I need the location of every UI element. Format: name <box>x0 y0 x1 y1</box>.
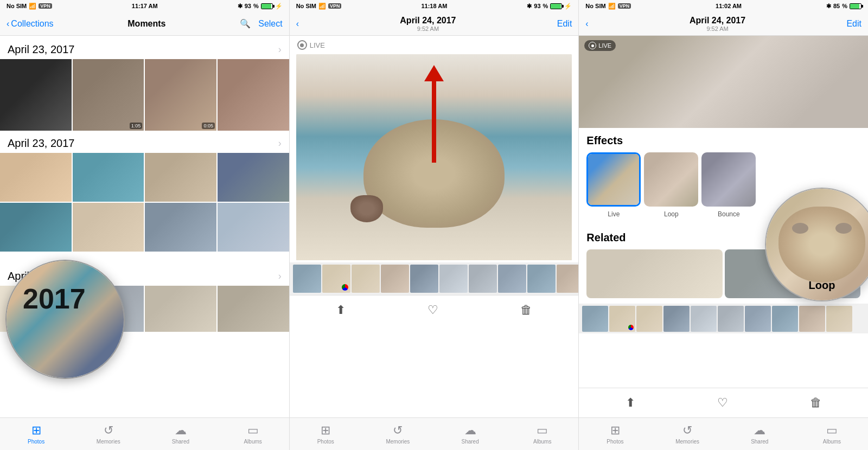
tab-albums-3[interactable]: ▭ Albums <box>796 418 868 450</box>
film-cell-2-10[interactable] <box>557 265 579 293</box>
effect-bounce[interactable]: Bounce <box>701 152 756 218</box>
filmstrip-2[interactable] <box>290 262 579 295</box>
arrow-head <box>424 65 444 81</box>
status-right-3: ✱ 85% <box>826 3 861 10</box>
photo-cell-2-8[interactable] <box>218 203 289 252</box>
effect-bounce-label: Bounce <box>718 210 740 218</box>
film-cell-2-8[interactable] <box>498 265 526 293</box>
film-cell-3-2[interactable] <box>609 306 635 332</box>
tab-shared-2[interactable]: ☁ Shared <box>434 418 506 450</box>
film-cell-2-4[interactable] <box>381 265 409 293</box>
film-cell-2-2[interactable] <box>322 265 350 293</box>
film-cell-2-5[interactable] <box>410 265 438 293</box>
tab-memories-label-1: Memories <box>97 439 120 445</box>
photos-icon-3: ⊞ <box>610 423 620 438</box>
shared-icon-2: ☁ <box>464 423 476 438</box>
moment-header-2[interactable]: April 23, 2017 <box>0 135 289 153</box>
select-button-1[interactable]: Select <box>258 19 282 29</box>
tab-memories-2[interactable]: ↺ Memories <box>362 418 434 450</box>
photo-cell-2-7[interactable] <box>145 203 216 252</box>
shared-icon-1: ☁ <box>175 423 187 438</box>
memories-icon-2: ↺ <box>393 423 403 438</box>
panel-effects: No SIM 📶 VPN 11:02 AM ✱ 85% ‹ April 24, … <box>579 0 868 450</box>
effect-loop[interactable]: Loop <box>644 152 698 218</box>
live-badge-2[interactable]: LIVE <box>290 36 579 52</box>
tab-memories-3[interactable]: ↺ Memories <box>652 418 724 450</box>
tab-photos-1[interactable]: ⊞ Photos <box>0 418 72 450</box>
tab-albums-2[interactable]: ▭ Albums <box>506 418 578 450</box>
back-button-2[interactable]: ‹ <box>296 19 299 29</box>
moment-section-1: April 23, 2017 1:05 0:05 <box>0 41 289 131</box>
edit-button-2[interactable]: Edit <box>557 19 572 29</box>
moments-scroll[interactable]: April 23, 2017 1:05 0:05 <box>0 36 289 417</box>
photo-cell-1-1[interactable] <box>0 59 72 131</box>
filmstrip-3[interactable] <box>579 304 868 333</box>
film-cell-2-6[interactable] <box>439 265 468 293</box>
trash-button-2[interactable]: 🗑 <box>520 303 532 317</box>
wifi-icon-3: 📶 <box>608 3 616 10</box>
main-photo-2[interactable] <box>296 54 572 260</box>
edit-button-3[interactable]: Edit <box>846 19 861 29</box>
tab-memories-1[interactable]: ↺ Memories <box>72 418 144 450</box>
moment-chevron-1 <box>278 44 282 55</box>
share-button-3[interactable]: ⬆ <box>626 396 635 410</box>
tab-photos-2[interactable]: ⊞ Photos <box>290 418 362 450</box>
photo-cell-2-4[interactable] <box>218 153 289 202</box>
film-cell-3-6[interactable] <box>718 306 744 332</box>
photo-cell-3-3[interactable] <box>145 286 216 332</box>
status-bar-1: No SIM 📶 VPN 11:17 AM ✱ 93% ⚡ <box>0 0 289 12</box>
tab-shared-1[interactable]: ☁ Shared <box>144 418 216 450</box>
photo-cell-2-6[interactable] <box>73 203 144 252</box>
photo-date-title: April 24, 2017 <box>400 16 456 25</box>
tab-shared-3[interactable]: ☁ Shared <box>724 418 796 450</box>
film-cell-2-7[interactable] <box>469 265 497 293</box>
time-3: 11:02 AM <box>716 3 742 9</box>
share-button-2[interactable]: ⬆ <box>336 303 346 317</box>
photo-time-title-3: 9:52 AM <box>690 25 745 32</box>
photo-cell-1-2[interactable]: 1:05 <box>73 59 144 131</box>
effect-live[interactable]: Live <box>586 152 641 218</box>
tab-albums-1[interactable]: ▭ Albums <box>217 418 289 450</box>
related-thumb-1[interactable] <box>586 249 722 298</box>
film-cell-3-1[interactable] <box>582 306 608 332</box>
photo-cell-3-4[interactable] <box>218 286 289 332</box>
film-cell-2-3[interactable] <box>352 265 380 293</box>
film-cell-3-7[interactable] <box>745 306 771 332</box>
top-photo-3[interactable]: LIVE <box>579 36 868 128</box>
status-left-3: No SIM 📶 VPN <box>585 3 631 10</box>
film-cell-3-3[interactable] <box>636 306 662 332</box>
film-cell-2-9[interactable] <box>527 265 556 293</box>
vpn-badge-3: VPN <box>618 3 631 9</box>
film-cell-3-8[interactable] <box>772 306 798 332</box>
trash-button-3[interactable]: 🗑 <box>810 396 822 410</box>
tab-albums-label-3: Albums <box>823 439 841 445</box>
photo-cell-2-2[interactable] <box>73 153 144 202</box>
tab-photos-3[interactable]: ⊞ Photos <box>579 418 651 450</box>
like-button-3[interactable]: ♡ <box>717 396 728 410</box>
film-cell-3-4[interactable] <box>663 306 690 332</box>
like-button-2[interactable]: ♡ <box>427 303 438 317</box>
back-button-1[interactable]: ‹ Collections <box>7 19 54 29</box>
photo-cell-2-5[interactable] <box>0 203 72 252</box>
toolbar-3: ⬆ ♡ 🗑 <box>579 388 868 417</box>
live-badge-3[interactable]: LIVE <box>584 40 616 51</box>
film-cell-3-10[interactable] <box>826 306 852 332</box>
photo-time-title: 9:52 AM <box>400 25 456 32</box>
photo-cell-2-3[interactable] <box>145 153 216 202</box>
battery-pct-2: 93 <box>534 3 540 9</box>
moment-header-1[interactable]: April 23, 2017 <box>0 41 289 59</box>
vpn-badge-1: VPN <box>39 3 52 9</box>
photo-cell-1-3[interactable]: 0:05 <box>145 59 216 131</box>
moments-title: Moments <box>127 19 165 29</box>
search-icon-1[interactable]: 🔍 <box>240 18 251 29</box>
film-cell-2-1[interactable] <box>293 265 321 293</box>
photo-cell-2-1[interactable] <box>0 153 72 202</box>
back-button-3[interactable]: ‹ <box>585 19 588 29</box>
photo-view-content: LIVE <box>290 36 579 417</box>
nav-title-1: Moments <box>127 19 165 29</box>
film-cell-3-9[interactable] <box>799 306 825 332</box>
photo-cell-1-4[interactable] <box>218 59 289 131</box>
film-cell-3-5[interactable] <box>691 306 717 332</box>
nav-right-2: Edit <box>557 19 572 29</box>
battery-pct-3: 85 <box>833 3 840 9</box>
